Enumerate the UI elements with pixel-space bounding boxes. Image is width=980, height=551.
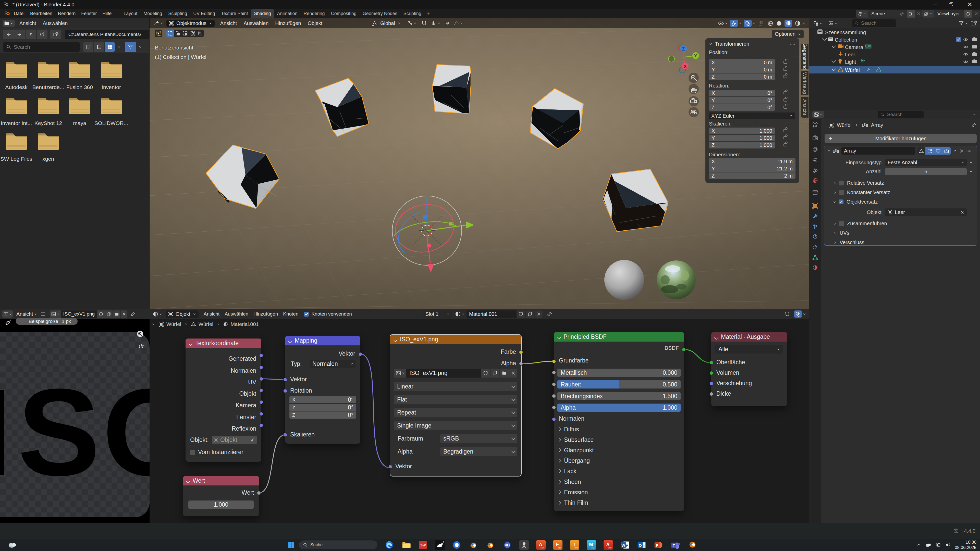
svg-text:A: A xyxy=(606,542,609,547)
svg-text:Würfel: Würfel xyxy=(845,67,860,73)
svg-text:I: I xyxy=(0,363,12,501)
svg-text:I: I xyxy=(573,542,575,547)
svg-text:Light: Light xyxy=(845,59,856,65)
svg-text:4D: 4D xyxy=(505,543,510,547)
svg-text:Fusion 360: Fusion 360 xyxy=(66,84,93,90)
svg-text:KeyShot 12: KeyShot 12 xyxy=(35,120,62,126)
svg-text:xgen: xgen xyxy=(42,156,54,162)
svg-text:O: O xyxy=(639,543,642,548)
svg-text:Leer: Leer xyxy=(845,52,855,57)
svg-text:7: 7 xyxy=(442,540,444,543)
svg-text:W: W xyxy=(621,543,625,548)
svg-text:Camera: Camera xyxy=(845,44,863,50)
svg-text:Inventor Int...: Inventor Int... xyxy=(1,120,32,126)
svg-text:maya: maya xyxy=(73,120,86,126)
svg-text:SW: SW xyxy=(420,543,426,547)
svg-text:AST: AST xyxy=(541,547,544,549)
svg-text:Collection: Collection xyxy=(835,37,857,43)
svg-text:F: F xyxy=(556,542,558,547)
svg-text:P: P xyxy=(655,543,658,548)
svg-text:Inventor: Inventor xyxy=(102,84,121,90)
svg-text:T: T xyxy=(673,544,675,548)
svg-text:Y: Y xyxy=(694,54,697,59)
svg-text:S: S xyxy=(18,363,100,501)
svg-text:SW Log Files: SW Log Files xyxy=(0,156,32,162)
svg-text:AYA: AYA xyxy=(591,547,595,549)
svg-text:A: A xyxy=(539,542,542,547)
svg-text:SOLIDWOR...: SOLIDWOR... xyxy=(94,120,128,126)
svg-text:Z: Z xyxy=(682,47,685,52)
svg-text:Szenensammlung: Szenensammlung xyxy=(825,30,866,35)
svg-text:360: 360 xyxy=(558,547,561,549)
svg-text:X: X xyxy=(684,64,687,69)
svg-text:Benutzerde...: Benutzerde... xyxy=(32,84,64,90)
svg-text:Autodesk: Autodesk xyxy=(5,84,27,90)
svg-text:PRO: PRO xyxy=(574,547,578,549)
svg-text:M: M xyxy=(589,542,593,547)
svg-text:O: O xyxy=(102,363,150,501)
svg-text:CAD: CAD xyxy=(608,547,612,549)
